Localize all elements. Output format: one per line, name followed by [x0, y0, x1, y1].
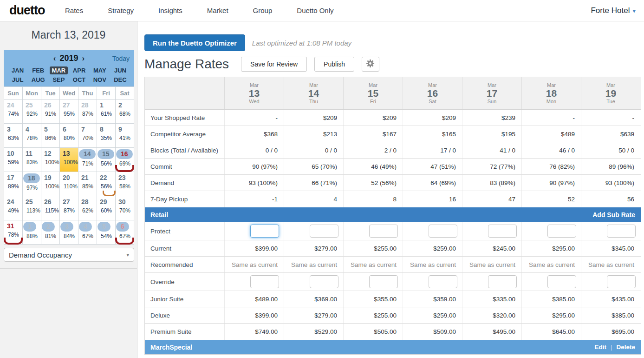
day-number: 28 — [81, 198, 89, 206]
calendar-day[interactable]: 1669% — [116, 148, 134, 172]
calendar-day[interactable]: 2185% — [78, 172, 97, 196]
today-link[interactable]: Today — [112, 55, 130, 62]
calendar-day[interactable]: 19100% — [41, 172, 60, 196]
calendar-day[interactable]: 478% — [23, 124, 41, 148]
nav-item-strategy[interactable]: Strategy — [108, 0, 134, 21]
protect-input[interactable] — [250, 225, 279, 238]
calendar-day[interactable]: 3070% — [116, 196, 134, 220]
calendar-day[interactable]: 281% — [41, 220, 60, 245]
calendar-day[interactable]: 941% — [116, 124, 134, 148]
rate-value: Same as current — [284, 257, 343, 272]
calendar-day[interactable]: 1183% — [23, 148, 41, 172]
next-year-icon[interactable]: › — [78, 54, 89, 63]
month-nov[interactable]: NOV — [91, 76, 109, 84]
calendar-day[interactable]: 770% — [78, 124, 97, 148]
calendar-day[interactable]: 1471% — [78, 148, 97, 172]
override-input[interactable] — [250, 275, 279, 288]
calendar-day[interactable]: 2795% — [60, 99, 78, 124]
edit-link[interactable]: Edit — [594, 344, 606, 351]
month-aug[interactable]: AUG — [29, 76, 47, 84]
calendar-day[interactable]: 26115% — [41, 196, 60, 220]
calendar-day[interactable]: 554% — [97, 220, 116, 245]
day-occupancy: 78% — [26, 135, 41, 141]
save-for-review-button[interactable]: Save for Review — [241, 57, 307, 72]
day-number: 2 — [42, 222, 55, 232]
month-mar[interactable]: MAR — [50, 66, 68, 74]
calendar-day[interactable]: 3178% — [4, 220, 23, 245]
calendar-day[interactable]: 188% — [23, 220, 41, 245]
nav-item-market[interactable]: Market — [207, 0, 228, 21]
calendar-day[interactable]: 12100% — [41, 148, 60, 172]
month-apr[interactable]: APR — [71, 66, 88, 74]
override-input[interactable] — [547, 275, 576, 288]
protect-input[interactable] — [607, 225, 636, 238]
calendar-day[interactable]: 2592% — [23, 99, 41, 124]
calendar-day[interactable]: 2887% — [78, 99, 97, 124]
protect-input[interactable] — [369, 225, 398, 238]
calendar-day[interactable]: 467% — [78, 220, 97, 245]
calendar-day[interactable]: 2256% — [97, 172, 116, 196]
month-oct[interactable]: OCT — [71, 76, 88, 84]
month-dec[interactable]: DEC — [111, 76, 129, 84]
calendar-day[interactable]: 363% — [4, 124, 23, 148]
calendar-day[interactable]: 2358% — [116, 172, 134, 196]
override-input[interactable] — [369, 275, 398, 288]
add-sub-rate-link[interactable]: Add Sub Rate — [592, 211, 635, 219]
protect-input[interactable] — [310, 225, 338, 238]
month-jan[interactable]: JAN — [9, 66, 26, 74]
calendar-day[interactable]: 1789% — [4, 172, 23, 196]
nav-item-rates[interactable]: Rates — [65, 0, 83, 21]
column-day: 18 — [546, 88, 557, 99]
month-may[interactable]: MAY — [91, 66, 109, 74]
publish-button[interactable]: Publish — [314, 57, 354, 72]
protect-input[interactable] — [429, 225, 457, 238]
calendar-day[interactable]: 2691% — [41, 99, 60, 124]
calendar-day[interactable]: 586% — [41, 124, 60, 148]
day-occupancy: 35% — [100, 135, 115, 141]
month-feb[interactable]: FEB — [30, 66, 46, 74]
calendar-day[interactable]: 2474% — [4, 99, 23, 124]
override-input[interactable] — [488, 275, 517, 288]
calendar-day[interactable]: 680% — [60, 124, 78, 148]
run-optimizer-button[interactable]: Run the Duetto Optimizer — [144, 34, 245, 51]
hotel-selector[interactable]: Forte Hotel▾ — [591, 0, 636, 22]
metric-row-your-shopped-rate: Your Shopped Rate-$209$209$209$239-- — [145, 110, 641, 126]
calendar-day[interactable]: 835% — [97, 124, 116, 148]
protect-input[interactable] — [547, 225, 576, 238]
override-input[interactable] — [310, 275, 338, 288]
settings-gear-button[interactable] — [362, 57, 379, 72]
day-occupancy: 78% — [7, 232, 22, 238]
month-sep[interactable]: SEP — [50, 76, 67, 84]
calendar-day[interactable]: 1897% — [23, 172, 41, 196]
calendar-day[interactable]: 13100% — [60, 148, 78, 172]
rate-input-cell — [521, 222, 581, 240]
calendar-day[interactable]: 25113% — [23, 196, 41, 220]
day-occupancy: 88% — [26, 233, 41, 239]
metric-selector[interactable]: Demand Occupancy ▾ — [4, 248, 134, 262]
calendar-day[interactable]: 1556% — [97, 148, 116, 172]
day-number: 24 — [7, 198, 14, 206]
override-input[interactable] — [429, 275, 457, 288]
month-jul[interactable]: JUL — [10, 76, 26, 84]
nav-item-group[interactable]: Group — [253, 0, 273, 21]
month-jun[interactable]: JUN — [112, 66, 129, 74]
override-input[interactable] — [607, 275, 636, 288]
calendar-day[interactable]: 268% — [116, 99, 134, 124]
calendar-day[interactable]: 161% — [97, 99, 116, 124]
rate-input-cell — [284, 222, 343, 240]
delete-link[interactable]: Delete — [616, 344, 635, 351]
calendar-day[interactable]: 2960% — [97, 196, 116, 220]
calendar-day[interactable]: 2449% — [4, 196, 23, 220]
protect-input[interactable] — [488, 225, 517, 238]
metric-value: $239 — [462, 110, 521, 126]
nav-item-insights[interactable]: Insights — [158, 0, 182, 21]
calendar-day[interactable]: 2787% — [60, 196, 78, 220]
nav-item-duetto-only[interactable]: Duetto Only — [297, 0, 333, 21]
calendar-day[interactable]: 384% — [60, 220, 78, 245]
day-number: 6 — [116, 222, 129, 232]
calendar-day[interactable]: 667% — [116, 220, 134, 245]
calendar-day[interactable]: 2862% — [78, 196, 97, 220]
calendar-day[interactable]: 1059% — [4, 148, 23, 172]
prev-year-icon[interactable]: ‹ — [50, 54, 60, 63]
calendar-day[interactable]: 20110% — [60, 172, 78, 196]
